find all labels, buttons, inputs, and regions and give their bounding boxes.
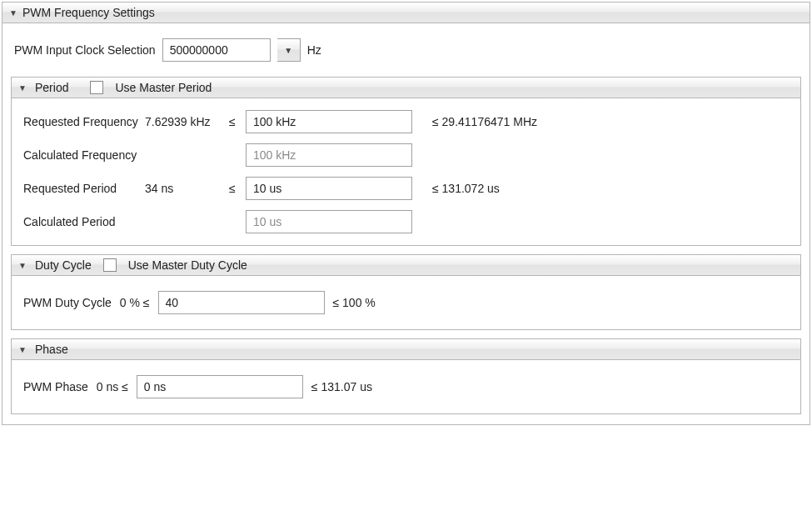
pwm-phase-max: ≤ 131.07 us [311,380,372,393]
clock-selection-dropdown[interactable]: ▼ [277,38,301,62]
period-header: ▼ Period Use Master Period [12,78,800,98]
phase-title: Phase [35,343,68,356]
period-title: Period [35,81,68,94]
requested-period-input[interactable] [246,177,412,200]
requested-period-label: Requested Period [23,182,140,195]
requested-period-max: ≤ 131.072 us [417,182,500,195]
use-master-duty-checkbox[interactable] [103,258,117,272]
clock-selection-input[interactable] [162,38,271,62]
le-symbol: ≤ [229,182,241,195]
phase-header: ▼ Phase [12,339,800,360]
clock-selection-row: PWM Input Clock Selection ▼ Hz [2,23,810,68]
main-section-header: ▼ PWM Frequency Settings [2,3,810,23]
period-panel: ▼ Period Use Master Period Requested Fre… [11,77,801,246]
pwm-phase-min: 0 ns ≤ [97,380,128,393]
calculated-period-label: Calculated Period [23,215,140,228]
pwm-duty-cycle-input[interactable] [158,291,325,314]
calculated-frequency-value [246,143,412,167]
clock-selection-unit: Hz [307,43,321,57]
pwm-duty-cycle-max: ≤ 100 % [333,296,376,309]
main-title: PWM Frequency Settings [22,6,155,19]
requested-period-min: 34 ns [145,182,224,195]
chevron-down-icon: ▼ [284,46,292,55]
duty-cycle-panel: ▼ Duty Cycle Use Master Duty Cycle PWM D… [11,254,801,330]
requested-frequency-max: ≤ 29.41176471 MHz [417,115,537,128]
pwm-duty-cycle-label: PWM Duty Cycle [23,296,112,309]
phase-row: PWM Phase 0 ns ≤ ≤ 131.07 us [12,360,800,413]
calculated-period-row: Calculated Period [23,210,789,233]
requested-period-row: Requested Period 34 ns ≤ ≤ 131.072 us [23,177,789,200]
chevron-down-icon[interactable]: ▼ [18,83,27,93]
chevron-down-icon[interactable]: ▼ [18,261,27,270]
duty-cycle-title: Duty Cycle [35,258,92,272]
pwm-phase-label: PWM Phase [23,380,88,393]
pwm-frequency-settings-panel: ▼ PWM Frequency Settings PWM Input Clock… [2,2,810,425]
chevron-down-icon[interactable]: ▼ [18,345,27,354]
calculated-period-value [246,210,412,233]
requested-frequency-min: 7.62939 kHz [145,115,224,128]
requested-frequency-label: Requested Frequency [23,115,140,128]
phase-panel: ▼ Phase PWM Phase 0 ns ≤ ≤ 131.07 us [11,338,801,414]
pwm-phase-input[interactable] [137,375,303,398]
le-symbol: ≤ [229,115,241,128]
calculated-frequency-label: Calculated Frequency [23,148,140,162]
use-master-period-checkbox[interactable] [90,81,103,94]
requested-frequency-row: Requested Frequency 7.62939 kHz ≤ ≤ 29.4… [23,110,789,133]
clock-selection-label: PWM Input Clock Selection [14,43,156,57]
requested-frequency-input[interactable] [246,110,412,133]
duty-cycle-row: PWM Duty Cycle 0 % ≤ ≤ 100 % [12,276,800,329]
calculated-frequency-row: Calculated Frequency [23,143,789,167]
use-master-period-label: Use Master Period [115,81,212,94]
period-body: Requested Frequency 7.62939 kHz ≤ ≤ 29.4… [12,98,800,245]
duty-cycle-header: ▼ Duty Cycle Use Master Duty Cycle [12,255,800,276]
chevron-down-icon[interactable]: ▼ [9,8,17,18]
use-master-duty-label: Use Master Duty Cycle [128,258,247,272]
pwm-duty-cycle-min: 0 % ≤ [120,296,150,309]
